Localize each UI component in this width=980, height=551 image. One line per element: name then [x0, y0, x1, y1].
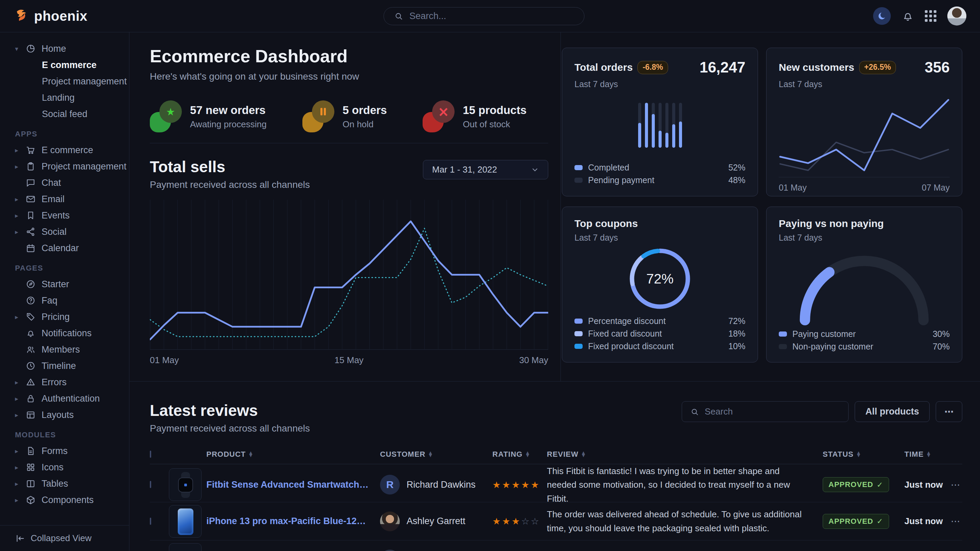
- sidebar-subitem-e-commerce[interactable]: E commerce: [0, 57, 129, 73]
- row-checkbox-cell: [150, 481, 169, 488]
- sidebar-item-authentication[interactable]: ▸Authentication: [0, 391, 129, 407]
- sidebar-section-label-pages: PAGES: [15, 264, 129, 273]
- sidebar-item-label: Faq: [41, 295, 57, 306]
- column-header-time[interactable]: TIME▲▼: [904, 450, 962, 459]
- legend-label: Fixed card discount: [588, 329, 662, 339]
- legend-label: Completed: [588, 163, 629, 173]
- row-checkbox[interactable]: [150, 518, 151, 525]
- time-cell: Just now⋯: [904, 479, 962, 491]
- sidebar-item-email[interactable]: ▸Email: [0, 191, 129, 207]
- product-thumbnail[interactable]: [169, 505, 202, 538]
- column-label: TIME: [904, 450, 924, 459]
- user-avatar[interactable]: [947, 6, 966, 25]
- product-link[interactable]: Fitbit Sense Advanced Smartwatch with To…: [206, 480, 380, 490]
- sidebar-item-project-management[interactable]: ▸Project management: [0, 158, 129, 175]
- tag-icon: [25, 312, 37, 322]
- new-customers-line-chart: [779, 89, 950, 175]
- new-customers-period: Last 7 days: [779, 79, 950, 89]
- sidebar-item-home[interactable]: ▾Home: [0, 41, 129, 57]
- paying-gauge-chart: [784, 243, 944, 328]
- sidebar-item-tables[interactable]: ▸Tables: [0, 475, 129, 492]
- row-more-icon[interactable]: ⋯: [951, 479, 962, 491]
- sidebar-item-components[interactable]: ▸Components: [0, 492, 129, 508]
- caret-icon: ▸: [15, 447, 21, 455]
- reviews-search-placeholder: Search: [705, 407, 732, 417]
- date-range-select[interactable]: Mar 1 - 31, 2022: [423, 160, 548, 179]
- column-header-rating[interactable]: RATING▲▼: [492, 450, 547, 459]
- stat-text: 15 productsOut of stock: [463, 104, 527, 130]
- row-more-icon[interactable]: ⋯: [951, 516, 962, 527]
- sidebar-section-label-modules: MODULES: [15, 430, 129, 439]
- sidebar-item-notifications[interactable]: Notifications: [0, 325, 129, 341]
- total-orders-period: Last 7 days: [574, 79, 745, 89]
- sidebar-item-calendar[interactable]: Calendar: [0, 240, 129, 256]
- caret-icon: ▸: [15, 378, 21, 386]
- status-cell: APPROVED✓: [822, 477, 904, 492]
- donut-center-label: 72%: [646, 271, 673, 287]
- bell-icon[interactable]: [902, 10, 914, 22]
- legend-swatch: [779, 332, 787, 337]
- sidebar-item-timeline[interactable]: Timeline: [0, 358, 129, 374]
- top-coupons-title: Top coupons: [574, 218, 638, 229]
- rating-stars: ★★★★★: [492, 480, 547, 490]
- sidebar-item-starter[interactable]: Starter: [0, 276, 129, 292]
- legend-item-fixed-card-discount: Fixed card discount18%: [574, 327, 745, 340]
- order-bar-0: [638, 103, 641, 148]
- sidebar-item-label: Social: [41, 227, 67, 237]
- order-bar-1: [645, 103, 648, 148]
- caret-icon: ▸: [15, 496, 21, 504]
- all-products-button[interactable]: All products: [855, 401, 930, 422]
- stat-sub: On hold: [342, 119, 387, 130]
- sidebar-subitem-project-management[interactable]: Project management: [0, 73, 129, 89]
- stat-sub: Out of stock: [463, 119, 527, 130]
- sidebar-item-pricing[interactable]: ▸Pricing: [0, 309, 129, 325]
- sidebar-item-icons[interactable]: ▸Icons: [0, 459, 129, 475]
- select-all-checkbox[interactable]: [150, 451, 151, 458]
- column-header-product[interactable]: PRODUCT▲▼: [206, 450, 380, 459]
- legend-swatch: [574, 331, 582, 336]
- sidebar-item-forms[interactable]: ▸Forms: [0, 443, 129, 459]
- order-bar-6: [679, 103, 682, 148]
- top-coupons-card: Top coupons Last 7 days 72% Percentage d…: [562, 206, 758, 362]
- product-thumbnail[interactable]: [169, 468, 202, 501]
- bell-icon: [25, 328, 37, 338]
- sidebar-item-layouts[interactable]: ▸Layouts: [0, 407, 129, 423]
- column-header-review[interactable]: REVIEW▲▼: [547, 450, 822, 459]
- sidebar-item-errors[interactable]: ▸Errors: [0, 374, 129, 391]
- theme-toggle-button[interactable]: [873, 7, 891, 25]
- product-link[interactable]: iPhone 13 pro max-Pacific Blue-128GB sto…: [206, 516, 380, 527]
- product-thumb-cell: [169, 543, 206, 551]
- legend-swatch: [574, 319, 582, 324]
- apps-grid-icon[interactable]: [925, 10, 936, 22]
- sidebar-item-faq[interactable]: Faq: [0, 292, 129, 309]
- product-thumbnail[interactable]: [169, 543, 202, 551]
- legend-item-pending-payment: Pending payment48%: [574, 174, 745, 186]
- collapse-icon: [15, 533, 25, 543]
- total-orders-legend: Completed52%Pending payment48%: [574, 161, 745, 186]
- lock-icon: [25, 394, 37, 403]
- sidebar-item-label: E commerce: [41, 145, 93, 156]
- sidebar-nav: ▾HomeE commerceProject managementLanding…: [0, 32, 129, 525]
- sidebar-subitem-landing[interactable]: Landing: [0, 89, 129, 106]
- sidebar-item-e-commerce[interactable]: ▸E commerce: [0, 142, 129, 158]
- status-circle: ★: [159, 100, 182, 123]
- sidebar-item-social[interactable]: ▸Social: [0, 224, 129, 240]
- column-header-customer[interactable]: CUSTOMER▲▼: [380, 450, 492, 459]
- brand[interactable]: phoenix: [14, 8, 88, 24]
- order-bar-fill: [645, 103, 648, 148]
- sidebar-item-events[interactable]: ▸Events: [0, 207, 129, 224]
- customer-cell: RRichard Dawkins: [380, 475, 492, 494]
- more-options-button[interactable]: ⋯: [936, 401, 962, 422]
- sidebar-item-members[interactable]: Members: [0, 341, 129, 358]
- column-header-status[interactable]: STATUS▲▼: [822, 450, 904, 459]
- row-checkbox[interactable]: [150, 481, 151, 488]
- sidebar-item-chat[interactable]: Chat: [0, 175, 129, 191]
- caret-icon: ▸: [15, 163, 21, 170]
- pie-icon: [25, 44, 37, 54]
- sidebar-subitem-social-feed[interactable]: Social feed: [0, 106, 129, 122]
- collapsed-view-button[interactable]: Collapsed View: [0, 525, 129, 551]
- reviews-search-input[interactable]: Search: [682, 401, 849, 422]
- global-search-input[interactable]: Search...: [383, 7, 584, 25]
- x-tick-label: 01 May: [150, 355, 179, 365]
- sort-icon: ▲▼: [582, 452, 585, 457]
